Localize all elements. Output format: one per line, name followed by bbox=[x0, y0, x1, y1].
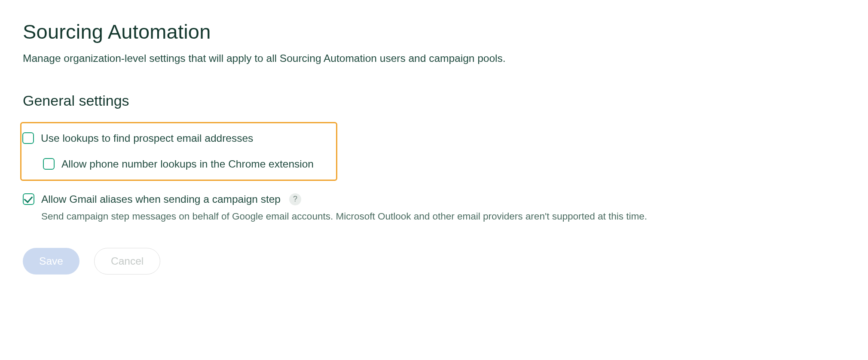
lookup-email-label: Use lookups to find prospect email addre… bbox=[41, 132, 253, 144]
lookup-phone-checkbox[interactable] bbox=[43, 158, 55, 170]
gmail-alias-row[interactable]: Allow Gmail aliases when sending a campa… bbox=[23, 193, 868, 205]
help-icon[interactable]: ? bbox=[289, 193, 301, 205]
lookup-highlight-box: Use lookups to find prospect email addre… bbox=[20, 122, 337, 181]
gmail-alias-checkbox[interactable] bbox=[23, 193, 34, 205]
save-button[interactable]: Save bbox=[23, 248, 79, 275]
lookup-email-row[interactable]: Use lookups to find prospect email addre… bbox=[22, 132, 326, 144]
lookup-phone-row[interactable]: Allow phone number lookups in the Chrome… bbox=[22, 158, 326, 170]
general-settings-heading: General settings bbox=[23, 92, 868, 109]
cancel-button[interactable]: Cancel bbox=[94, 248, 160, 275]
lookup-email-checkbox[interactable] bbox=[22, 132, 34, 144]
lookup-phone-label: Allow phone number lookups in the Chrome… bbox=[61, 158, 314, 170]
page-title: Sourcing Automation bbox=[23, 20, 868, 43]
gmail-alias-description: Send campaign step messages on behalf of… bbox=[41, 210, 823, 224]
page-subtitle: Manage organization-level settings that … bbox=[23, 51, 868, 66]
action-buttons: Save Cancel bbox=[23, 248, 868, 275]
gmail-alias-label: Allow Gmail aliases when sending a campa… bbox=[41, 193, 281, 205]
